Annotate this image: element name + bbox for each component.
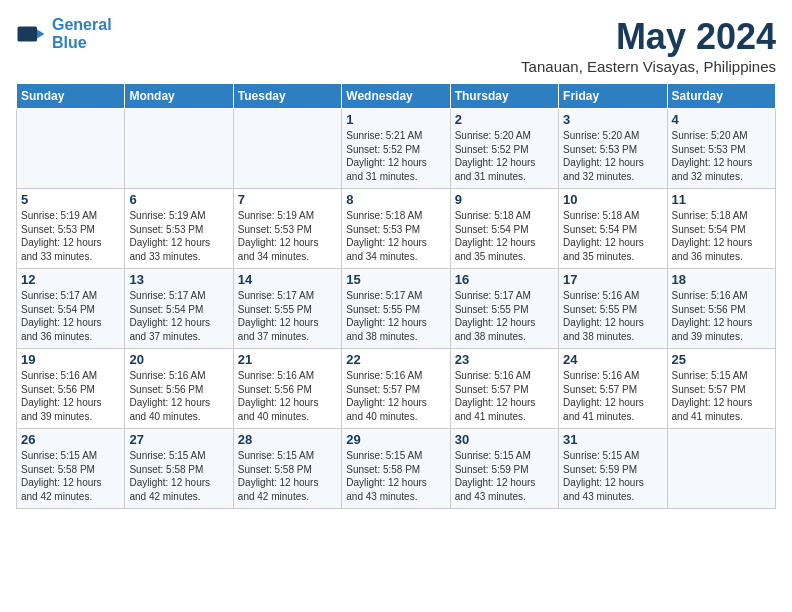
day-number: 7: [238, 192, 337, 207]
day-number: 28: [238, 432, 337, 447]
calendar-cell: 16 Sunrise: 5:17 AMSunset: 5:55 PMDaylig…: [450, 269, 558, 349]
calendar-cell: 19 Sunrise: 5:16 AMSunset: 5:56 PMDaylig…: [17, 349, 125, 429]
day-number: 14: [238, 272, 337, 287]
svg-rect-0: [18, 26, 38, 41]
logo-icon: [16, 19, 46, 49]
day-info: Sunrise: 5:15 AMSunset: 5:59 PMDaylight:…: [563, 449, 662, 503]
day-info: Sunrise: 5:16 AMSunset: 5:57 PMDaylight:…: [346, 369, 445, 423]
day-number: 29: [346, 432, 445, 447]
calendar-cell: 26 Sunrise: 5:15 AMSunset: 5:58 PMDaylig…: [17, 429, 125, 509]
calendar-cell: 25 Sunrise: 5:15 AMSunset: 5:57 PMDaylig…: [667, 349, 775, 429]
calendar-week-row: 1 Sunrise: 5:21 AMSunset: 5:52 PMDayligh…: [17, 109, 776, 189]
day-info: Sunrise: 5:16 AMSunset: 5:56 PMDaylight:…: [21, 369, 120, 423]
day-info: Sunrise: 5:18 AMSunset: 5:54 PMDaylight:…: [672, 209, 771, 263]
calendar-cell: 24 Sunrise: 5:16 AMSunset: 5:57 PMDaylig…: [559, 349, 667, 429]
day-info: Sunrise: 5:15 AMSunset: 5:58 PMDaylight:…: [238, 449, 337, 503]
title-area: May 2024 Tanauan, Eastern Visayas, Phili…: [521, 16, 776, 75]
calendar-cell: 20 Sunrise: 5:16 AMSunset: 5:56 PMDaylig…: [125, 349, 233, 429]
day-info: Sunrise: 5:15 AMSunset: 5:57 PMDaylight:…: [672, 369, 771, 423]
calendar-cell: 5 Sunrise: 5:19 AMSunset: 5:53 PMDayligh…: [17, 189, 125, 269]
calendar-cell: 29 Sunrise: 5:15 AMSunset: 5:58 PMDaylig…: [342, 429, 450, 509]
day-info: Sunrise: 5:16 AMSunset: 5:55 PMDaylight:…: [563, 289, 662, 343]
day-number: 11: [672, 192, 771, 207]
svg-marker-1: [37, 29, 45, 38]
weekday-header: Saturday: [667, 84, 775, 109]
calendar-week-row: 26 Sunrise: 5:15 AMSunset: 5:58 PMDaylig…: [17, 429, 776, 509]
day-number: 20: [129, 352, 228, 367]
calendar-cell: 21 Sunrise: 5:16 AMSunset: 5:56 PMDaylig…: [233, 349, 341, 429]
day-number: 27: [129, 432, 228, 447]
calendar-cell: 6 Sunrise: 5:19 AMSunset: 5:53 PMDayligh…: [125, 189, 233, 269]
logo-general: General: [52, 16, 112, 33]
weekday-header: Thursday: [450, 84, 558, 109]
weekday-header: Friday: [559, 84, 667, 109]
day-info: Sunrise: 5:16 AMSunset: 5:56 PMDaylight:…: [672, 289, 771, 343]
day-info: Sunrise: 5:16 AMSunset: 5:56 PMDaylight:…: [238, 369, 337, 423]
day-number: 3: [563, 112, 662, 127]
day-info: Sunrise: 5:19 AMSunset: 5:53 PMDaylight:…: [238, 209, 337, 263]
calendar-table: SundayMondayTuesdayWednesdayThursdayFrid…: [16, 83, 776, 509]
weekday-header-row: SundayMondayTuesdayWednesdayThursdayFrid…: [17, 84, 776, 109]
day-number: 16: [455, 272, 554, 287]
day-info: Sunrise: 5:17 AMSunset: 5:54 PMDaylight:…: [129, 289, 228, 343]
day-number: 8: [346, 192, 445, 207]
month-title: May 2024: [521, 16, 776, 58]
day-info: Sunrise: 5:16 AMSunset: 5:57 PMDaylight:…: [455, 369, 554, 423]
calendar-cell: 10 Sunrise: 5:18 AMSunset: 5:54 PMDaylig…: [559, 189, 667, 269]
day-info: Sunrise: 5:15 AMSunset: 5:58 PMDaylight:…: [129, 449, 228, 503]
day-info: Sunrise: 5:17 AMSunset: 5:55 PMDaylight:…: [455, 289, 554, 343]
calendar-cell: 27 Sunrise: 5:15 AMSunset: 5:58 PMDaylig…: [125, 429, 233, 509]
day-number: 4: [672, 112, 771, 127]
day-info: Sunrise: 5:16 AMSunset: 5:56 PMDaylight:…: [129, 369, 228, 423]
day-number: 2: [455, 112, 554, 127]
day-number: 17: [563, 272, 662, 287]
day-info: Sunrise: 5:15 AMSunset: 5:59 PMDaylight:…: [455, 449, 554, 503]
calendar-week-row: 12 Sunrise: 5:17 AMSunset: 5:54 PMDaylig…: [17, 269, 776, 349]
day-info: Sunrise: 5:19 AMSunset: 5:53 PMDaylight:…: [129, 209, 228, 263]
day-info: Sunrise: 5:18 AMSunset: 5:53 PMDaylight:…: [346, 209, 445, 263]
day-number: 9: [455, 192, 554, 207]
calendar-cell: 8 Sunrise: 5:18 AMSunset: 5:53 PMDayligh…: [342, 189, 450, 269]
day-number: 23: [455, 352, 554, 367]
calendar-cell: [17, 109, 125, 189]
calendar-cell: 1 Sunrise: 5:21 AMSunset: 5:52 PMDayligh…: [342, 109, 450, 189]
day-number: 22: [346, 352, 445, 367]
calendar-cell: 22 Sunrise: 5:16 AMSunset: 5:57 PMDaylig…: [342, 349, 450, 429]
calendar-cell: 4 Sunrise: 5:20 AMSunset: 5:53 PMDayligh…: [667, 109, 775, 189]
calendar-cell: 18 Sunrise: 5:16 AMSunset: 5:56 PMDaylig…: [667, 269, 775, 349]
calendar-cell: 7 Sunrise: 5:19 AMSunset: 5:53 PMDayligh…: [233, 189, 341, 269]
day-number: 30: [455, 432, 554, 447]
calendar-cell: 30 Sunrise: 5:15 AMSunset: 5:59 PMDaylig…: [450, 429, 558, 509]
calendar-week-row: 19 Sunrise: 5:16 AMSunset: 5:56 PMDaylig…: [17, 349, 776, 429]
calendar-cell: 15 Sunrise: 5:17 AMSunset: 5:55 PMDaylig…: [342, 269, 450, 349]
day-number: 21: [238, 352, 337, 367]
page-header: General Blue May 2024 Tanauan, Eastern V…: [16, 16, 776, 75]
calendar-cell: 12 Sunrise: 5:17 AMSunset: 5:54 PMDaylig…: [17, 269, 125, 349]
weekday-header: Wednesday: [342, 84, 450, 109]
day-number: 13: [129, 272, 228, 287]
day-info: Sunrise: 5:17 AMSunset: 5:54 PMDaylight:…: [21, 289, 120, 343]
day-info: Sunrise: 5:15 AMSunset: 5:58 PMDaylight:…: [21, 449, 120, 503]
day-info: Sunrise: 5:16 AMSunset: 5:57 PMDaylight:…: [563, 369, 662, 423]
day-info: Sunrise: 5:20 AMSunset: 5:52 PMDaylight:…: [455, 129, 554, 183]
weekday-header: Monday: [125, 84, 233, 109]
calendar-cell: [667, 429, 775, 509]
day-info: Sunrise: 5:17 AMSunset: 5:55 PMDaylight:…: [238, 289, 337, 343]
day-number: 24: [563, 352, 662, 367]
calendar-cell: [233, 109, 341, 189]
day-info: Sunrise: 5:17 AMSunset: 5:55 PMDaylight:…: [346, 289, 445, 343]
day-info: Sunrise: 5:18 AMSunset: 5:54 PMDaylight:…: [563, 209, 662, 263]
day-info: Sunrise: 5:20 AMSunset: 5:53 PMDaylight:…: [672, 129, 771, 183]
day-number: 18: [672, 272, 771, 287]
calendar-cell: 14 Sunrise: 5:17 AMSunset: 5:55 PMDaylig…: [233, 269, 341, 349]
logo-text: General Blue: [52, 16, 112, 51]
calendar-cell: 3 Sunrise: 5:20 AMSunset: 5:53 PMDayligh…: [559, 109, 667, 189]
day-number: 1: [346, 112, 445, 127]
location-subtitle: Tanauan, Eastern Visayas, Philippines: [521, 58, 776, 75]
weekday-header: Tuesday: [233, 84, 341, 109]
calendar-week-row: 5 Sunrise: 5:19 AMSunset: 5:53 PMDayligh…: [17, 189, 776, 269]
day-number: 19: [21, 352, 120, 367]
day-number: 26: [21, 432, 120, 447]
calendar-cell: 28 Sunrise: 5:15 AMSunset: 5:58 PMDaylig…: [233, 429, 341, 509]
day-number: 6: [129, 192, 228, 207]
